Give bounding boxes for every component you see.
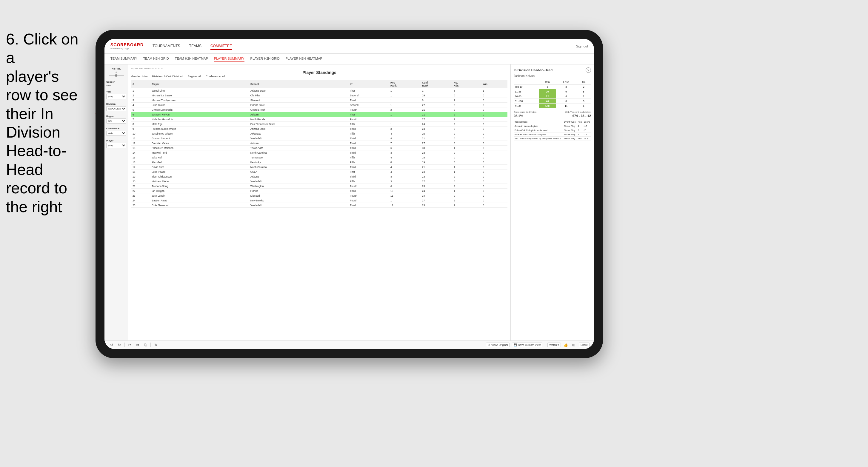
table-row[interactable]: 14 Maxwell Ford North Carolina Third 3 2…: [131, 150, 507, 155]
tour-col-type: Event Type: [563, 120, 577, 124]
table-row[interactable]: 22 Ian Gilligan Florida Third 10 24 1 0: [131, 189, 507, 193]
redo-button[interactable]: ↻: [117, 342, 122, 348]
table-row[interactable]: 1 Wenyi Ding Arizona State First 1 1 8 1: [131, 88, 507, 93]
tab-player-h2h-grid[interactable]: PLAYER H2H GRID: [250, 56, 280, 62]
h2h-title: In Division Head-to-Head: [514, 68, 553, 72]
save-icon: 💾: [514, 343, 517, 346]
h2h-row: Top 10 8 3 2: [514, 85, 591, 89]
view-original-label: View: Original: [491, 343, 508, 346]
bottom-toolbar: ↺ ↻ ✂ ⧉ ⎘ ↻ 👁 View: Original 💾 Save Cust…: [104, 340, 594, 349]
tab-player-h2h-heatmap[interactable]: PLAYER H2H HEATMAP: [286, 56, 322, 62]
save-custom-button[interactable]: 💾 Save Custom View: [512, 343, 542, 347]
instruction-text: 6. Click on a player's row to see their …: [0, 30, 87, 216]
table-row[interactable]: 3 Michael Thorbjornsen Stanford Third 1 …: [131, 98, 507, 103]
tournament-header-row: Tournament Event Type Pos Score: [514, 120, 591, 124]
tour-col-pos: Pos: [577, 120, 583, 124]
table-row[interactable]: 18 Luke Powell UCLA First 4 24 1 0: [131, 169, 507, 174]
table-row[interactable]: 2 Michael La Sasso Ole Miss Second 1 19 …: [131, 93, 507, 98]
tab-team-summary[interactable]: TEAM SUMMARY: [111, 56, 137, 62]
paste-button[interactable]: ⎘: [143, 342, 148, 348]
year-select[interactable]: (All): [106, 94, 126, 99]
h2h-close-button[interactable]: ✕: [586, 67, 591, 73]
view-icon: 👁: [488, 343, 490, 346]
h2h-row: 51-100 46 6 3: [514, 99, 591, 103]
table-row[interactable]: 6 Jackson Koivun Auburn First 1 21 2 0: [131, 112, 507, 117]
table-row[interactable]: 25 Cole Sherwood Vanderbilt Third 12 23 …: [131, 203, 507, 208]
opponents-label: Opponents in division:: [514, 111, 537, 114]
toolbar-sep-1: [124, 343, 125, 347]
nav-sign-out[interactable]: Sign out: [576, 44, 588, 48]
table-row[interactable]: 15 Jake Hall Tennessee Fifth 4 18 0 0: [131, 155, 507, 160]
tournament-row: Fallon Oak Collegiate Invitational Strok…: [514, 128, 591, 132]
refresh-button[interactable]: ↻: [153, 342, 158, 348]
h2h-table: Win Loss Tie Top 10 8 3 2 11-25 20 9 5 2…: [514, 80, 591, 108]
watch-button[interactable]: Watch ▾: [548, 343, 561, 347]
h2h-col-tie: Tie: [577, 80, 591, 85]
table-row[interactable]: 24 Bastien Amat New Mexico Fourth 1 27 2…: [131, 198, 507, 203]
h2h-col-loss: Loss: [556, 80, 577, 85]
center-panel: Update time: 27/03/2024 16:56:26 Player …: [128, 64, 510, 340]
table-row[interactable]: 8 Mats Ege East Tennessee State Fifth 1 …: [131, 122, 507, 127]
toolbar-sep-2: [150, 343, 151, 347]
undo-button[interactable]: ↺: [109, 342, 114, 348]
table-row[interactable]: 10 Jacob Mou-Olesen Arkansas Fifth 4 25 …: [131, 131, 507, 136]
tournament-row: Amer Ari Intercollegiate Stroke Play 4 -…: [514, 124, 591, 128]
h2h-col-rank: [514, 80, 539, 85]
region-select[interactable]: N/a: [106, 119, 126, 124]
thumbs-up-button[interactable]: 👍: [563, 342, 569, 348]
h2h-row: 11-25 20 9 5: [514, 89, 591, 94]
region-filter: Region: All: [188, 75, 202, 78]
table-row[interactable]: 19 Tiger Christensen Arizona Third 8 23 …: [131, 174, 507, 179]
division-filter: Division: NCAA Division I: [152, 75, 183, 78]
logo-scoreboard: SCOREBOARD: [111, 42, 144, 47]
save-custom-label: Save Custom View: [518, 343, 540, 346]
division-select[interactable]: NCAA Division I: [106, 106, 126, 111]
tournament-table: Tournament Event Type Pos Score Amer Ari…: [514, 120, 591, 141]
tournament-row: SEC Match Play hosted by Jerry Pate Roun…: [514, 137, 591, 141]
h2h-row: 26-50 22 4 1: [514, 94, 591, 99]
h2h-header-row: Win Loss Tie: [514, 80, 591, 85]
standings-title: Player Standings: [131, 70, 507, 75]
table-row[interactable]: 12 Brendan Valles Auburn Third 7 27 0 0: [131, 141, 507, 146]
nav-items: TOURNAMENTS TEAMS COMMITTEE: [153, 43, 576, 50]
tour-col-name: Tournament: [514, 120, 563, 124]
sidebar-region: Region N/a: [106, 115, 126, 124]
table-row[interactable]: 11 Gordon Sargent Vanderbilt Third 4 21 …: [131, 136, 507, 141]
sidebar-conference: Conference (All): [106, 127, 126, 136]
view-original-button[interactable]: 👁 View: Original: [486, 343, 509, 347]
player-select[interactable]: (All): [106, 143, 126, 148]
table-row[interactable]: 13 Phachuen Malchon Texas A&M Third 6 30…: [131, 146, 507, 150]
nav-right: Sign out: [576, 44, 588, 48]
nav-tournaments[interactable]: TOURNAMENTS: [153, 43, 180, 50]
nav-committee[interactable]: COMMITTEE: [211, 43, 232, 50]
copy-button[interactable]: ⧉: [135, 342, 140, 348]
nav-teams[interactable]: TEAMS: [189, 43, 202, 50]
conference-select[interactable]: (All): [106, 131, 126, 136]
scissors-button[interactable]: ✂: [127, 342, 132, 348]
share-button[interactable]: Share: [579, 343, 590, 347]
h2h-row: >100 578 11 1: [514, 103, 591, 108]
table-row[interactable]: 20 Matthew Riedel Vanderbilt Fifth 3 27 …: [131, 179, 507, 184]
table-row[interactable]: 23 Jack Lundin Missouri Fourth 11 24 0 0: [131, 193, 507, 198]
sidebar-gender: Gender Men: [106, 81, 126, 87]
tab-team-h2h-grid[interactable]: TEAM H2H GRID: [143, 56, 169, 62]
record-val: 674 - 33 - 12: [572, 114, 591, 118]
no-rds-value: 6: [116, 71, 117, 74]
no-rds-slider[interactable]: [109, 75, 124, 76]
table-row[interactable]: 21 Taehoon Song Washington Fourth 6 23 2…: [131, 184, 507, 189]
table-row[interactable]: 16 Alex Goff Kentucky Fifth 8 19 0 0: [131, 160, 507, 165]
table-row[interactable]: 17 David Ford North Carolina Third 4 21 …: [131, 165, 507, 169]
col-yr: Yr: [349, 80, 389, 88]
tournament-row: Mirabel Maui Jim Intercollegiate Stroke …: [514, 132, 591, 137]
table-row[interactable]: 5 Christo Lamprecht Georgia Tech Fourth …: [131, 107, 507, 112]
tab-team-h2h-heatmap[interactable]: TEAM H2H HEATMAP: [175, 56, 208, 62]
table-row[interactable]: 4 Luke Claton Florida State Second 1 27 …: [131, 103, 507, 107]
grid-button[interactable]: ⊞: [571, 342, 577, 348]
gender-filter: Gender: Men: [131, 75, 148, 78]
sub-nav: TEAM SUMMARY TEAM H2H GRID TEAM H2H HEAT…: [104, 54, 594, 64]
opponents-row: Opponents in division: W-L-T record in-d…: [514, 111, 591, 114]
tab-player-summary[interactable]: PLAYER SUMMARY: [214, 56, 244, 62]
table-row[interactable]: 9 Preston Summerhays Arizona State Third…: [131, 127, 507, 131]
col-no-rds: No.Rds.: [453, 80, 482, 88]
table-row[interactable]: 7 Nicholas Gabrelcik North Florida Fourt…: [131, 117, 507, 122]
